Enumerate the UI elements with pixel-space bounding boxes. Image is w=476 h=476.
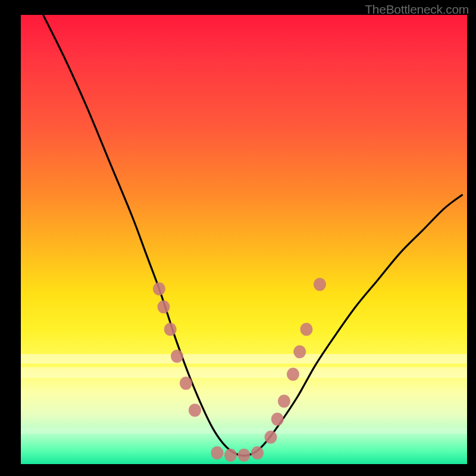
curve-marker [164,322,177,336]
bottleneck-curve [43,15,463,456]
curve-marker [293,345,306,358]
marker-group [153,278,326,462]
curve-marker [271,412,284,425]
curve-marker [153,283,165,296]
curve-marker [251,446,264,459]
watermark-text: TheBottleneck.com [365,2,469,17]
plot-area [21,15,467,464]
curve-marker [278,394,290,408]
curve-marker [238,449,250,462]
curve-marker [224,449,237,462]
curve-marker [189,403,201,416]
curve-svg [21,15,467,464]
curve-marker [300,322,313,336]
chart-frame: TheBottleneck.com [0,0,476,476]
curve-marker [211,446,224,459]
curve-marker [287,368,299,381]
curve-marker [171,350,183,363]
curve-marker [314,278,326,291]
curve-marker [180,377,192,390]
curve-marker [158,300,170,314]
curve-marker [265,431,277,444]
